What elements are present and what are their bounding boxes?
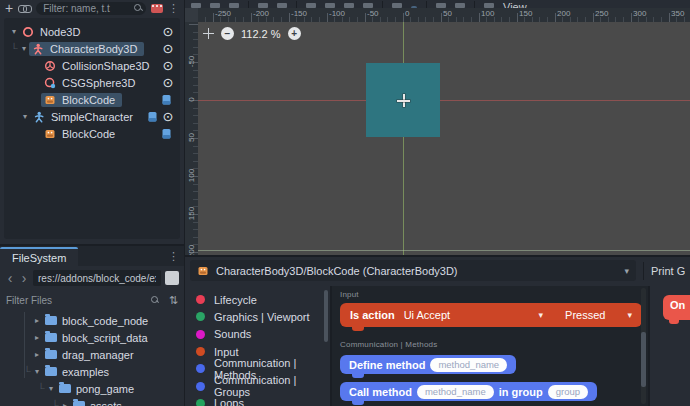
block-panel-header: CharacterBody3D/BlockCode (CharacterBody… (185, 257, 690, 284)
folder-icon (59, 384, 71, 393)
nav-forward-icon[interactable]: › (19, 272, 29, 284)
visibility-eye-icon[interactable] (161, 59, 175, 72)
dock-splitter[interactable] (0, 244, 184, 246)
state-dropdown[interactable]: Pressed (565, 309, 605, 321)
categories-scrollbar[interactable] (324, 290, 328, 342)
sort-filter-icon[interactable] (169, 294, 178, 307)
chevron-down-icon[interactable] (627, 310, 632, 320)
section-label-input: Input (340, 290, 640, 299)
category-dot (196, 312, 205, 321)
viewport-2d-canvas[interactable]: − 112.2 % + (198, 22, 690, 255)
visibility-eye-icon[interactable] (161, 110, 175, 123)
script-icon[interactable] (147, 111, 158, 123)
category-lifecycle[interactable]: Lifecycle (185, 291, 330, 308)
category-dot (196, 295, 205, 304)
filesystem-nav: ‹ › (0, 266, 184, 290)
scene-menu-icon[interactable] (168, 3, 179, 14)
filesystem-filter-row (0, 290, 184, 310)
call-method-block[interactable]: Call method method_name in group group (340, 382, 597, 401)
visibility-eye-icon[interactable] (161, 25, 175, 38)
filesystem-tree: block_code_node block_script_data drag_m… (0, 312, 184, 406)
chevron-right-icon[interactable] (32, 350, 42, 359)
category-communication-groups[interactable]: Communication | Groups (185, 377, 330, 394)
view-menu[interactable]: View (503, 1, 527, 8)
scene-filter-input[interactable] (36, 2, 146, 15)
scene-toolbar-red-icon[interactable] (151, 4, 163, 13)
zoom-out-button[interactable]: − (221, 27, 234, 40)
tree-row[interactable]: Node3D (4, 23, 180, 40)
tree-row[interactable]: BlockCode (4, 91, 180, 108)
folder-row[interactable]: block_script_data (0, 329, 184, 346)
define-method-block[interactable]: Define method method_name (340, 355, 516, 374)
blockcode-script-selector[interactable]: CharacterBody3D/BlockCode (CharacterBody… (190, 260, 636, 281)
tree-guide (24, 312, 25, 378)
block-categories: Lifecycle Graphics | Viewport Sounds Inp… (185, 286, 330, 406)
action-dropdown[interactable]: Ui Accept (404, 309, 450, 321)
nav-back-icon[interactable]: ‹ (5, 272, 15, 284)
chevron-right-icon[interactable] (60, 401, 70, 406)
chevron-down-icon[interactable] (20, 112, 30, 121)
filesystem-menu-icon[interactable] (168, 251, 179, 262)
category-graphics-viewport[interactable]: Graphics | Viewport (185, 308, 330, 325)
vertical-ruler: -50 0 50 100 150 200 (185, 22, 198, 255)
method-name-field[interactable]: method_name (417, 385, 494, 399)
tree-row[interactable]: CollisionShape3D (4, 57, 180, 74)
chevron-down-icon[interactable] (46, 384, 56, 393)
tree-row[interactable]: CSGSphere3D (4, 74, 180, 91)
zoom-in-button[interactable]: + (288, 27, 301, 40)
viewport-boundary-line (198, 250, 690, 251)
filesystem-dock: FileSystem ‹ › block_code_node (0, 246, 184, 406)
instance-scene-icon[interactable] (18, 4, 31, 12)
chevron-down-icon[interactable] (19, 44, 29, 53)
group-field[interactable]: group (548, 385, 588, 399)
chevron-right-icon[interactable] (32, 316, 42, 325)
zoom-level[interactable]: 112.2 % (241, 28, 281, 40)
selected-script-label: CharacterBody3D/BlockCode (CharacterBody… (216, 265, 458, 277)
category-sounds[interactable]: Sounds (185, 326, 330, 343)
block-code-icon (44, 128, 57, 140)
folder-row[interactable]: block_code_node (0, 312, 184, 329)
folder-row[interactable]: └ examples (0, 363, 184, 380)
tree-guide: └ (36, 383, 46, 394)
folder-row[interactable]: └ pong_game (0, 380, 184, 397)
center-view-icon[interactable] (203, 28, 214, 39)
method-name-field[interactable]: method_name (430, 358, 507, 372)
visibility-eye-icon[interactable] (161, 42, 175, 55)
category-dot (196, 364, 205, 373)
x-axis-line (198, 100, 690, 101)
add-node-icon[interactable]: + (5, 3, 13, 13)
chevron-right-icon[interactable] (32, 333, 42, 342)
scene-tree: Node3D └ CharacterBody3D (4, 18, 180, 239)
chevron-down-icon[interactable] (32, 367, 42, 376)
block-code-icon (44, 94, 57, 106)
tree-row[interactable]: SimpleCharacter (4, 108, 180, 125)
block-list-scrollbar[interactable] (641, 332, 646, 387)
origin-gizmo[interactable] (397, 94, 410, 107)
dock-splitter[interactable] (184, 0, 185, 406)
path-field[interactable] (33, 270, 161, 286)
script-icon[interactable] (161, 128, 172, 140)
script-icon[interactable] (161, 94, 172, 106)
chevron-down-icon[interactable] (9, 27, 19, 36)
tree-guide: └ (9, 43, 19, 54)
toggle-split-mode-button[interactable] (165, 271, 179, 285)
filter-files-input[interactable] (6, 294, 163, 307)
block-code-panel: CharacterBody3D/BlockCode (CharacterBody… (185, 257, 690, 406)
category-dot (196, 382, 205, 391)
y-axis-line (403, 22, 404, 255)
is-action-block[interactable]: Is action Ui Accept Pressed (340, 303, 642, 327)
on-hat-block[interactable]: On (663, 295, 690, 320)
chevron-down-icon[interactable] (539, 310, 544, 320)
ruler-corner (185, 8, 198, 22)
visibility-eye-icon[interactable] (161, 76, 175, 89)
print-generated-code-button[interactable]: Print Generate (651, 265, 685, 277)
category-dot (196, 399, 205, 406)
folder-row[interactable]: drag_manager (0, 346, 184, 363)
tree-row[interactable]: BlockCode (4, 125, 180, 142)
block-workspace[interactable]: On (650, 286, 690, 406)
tree-row[interactable]: └ CharacterBody3D (4, 40, 180, 57)
panel-splitter[interactable] (185, 255, 690, 257)
tab-filesystem[interactable]: FileSystem (0, 247, 78, 267)
folder-icon (45, 333, 57, 342)
folder-row[interactable]: └ assets (0, 397, 184, 406)
